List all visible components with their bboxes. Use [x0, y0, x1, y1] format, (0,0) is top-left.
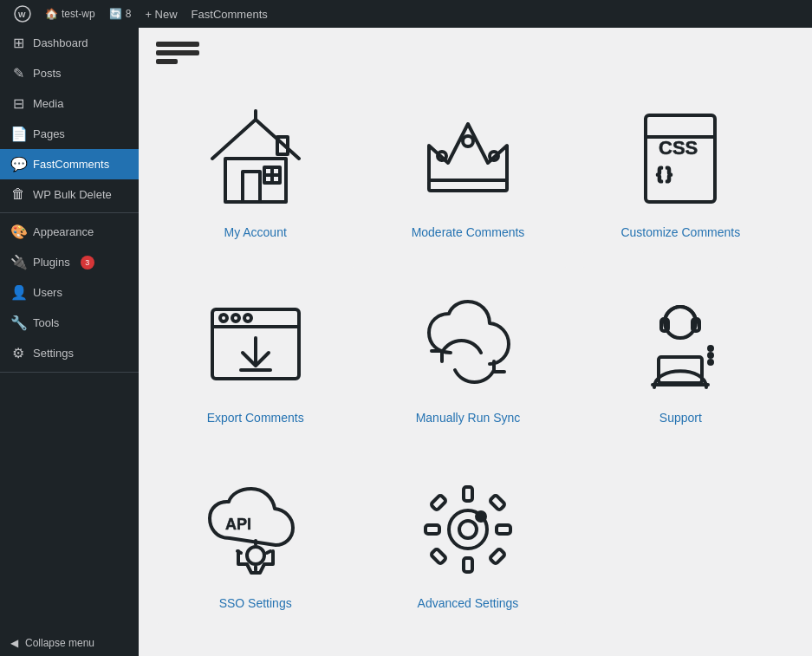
sidebar-item-pages-label: Pages: [33, 127, 65, 140]
users-icon: 👤: [10, 284, 26, 301]
new-label: + New: [145, 8, 177, 21]
card-manually-run-sync-label: Manually Run Sync: [416, 411, 521, 425]
card-customize-comments-label: Customize Comments: [620, 225, 740, 239]
site-name-item[interactable]: 🏠 test-wp: [38, 0, 102, 28]
svg-text:W: W: [18, 10, 26, 19]
sso-settings-icon: API: [199, 473, 312, 586]
card-advanced-settings[interactable]: Advanced Settings: [368, 452, 567, 624]
svg-rect-39: [464, 487, 472, 501]
filter-bar-line-3: [156, 59, 178, 64]
filter-bar-line-2: [156, 50, 199, 55]
svg-rect-2: [225, 159, 286, 202]
advanced-settings-icon: [412, 473, 524, 586]
svg-rect-3: [243, 172, 260, 202]
sidebar-item-fastcomments[interactable]: 💬 FastComments: [0, 149, 139, 179]
filter-bar: [156, 42, 795, 64]
support-icon: [624, 288, 737, 400]
svg-rect-43: [431, 495, 446, 510]
new-item[interactable]: + New: [138, 0, 184, 28]
svg-point-19: [232, 315, 239, 322]
sidebar-divider-1: [0, 212, 139, 213]
sidebar-item-fastcomments-label: FastComments: [33, 158, 109, 171]
sidebar-item-plugins-label: Plugins: [33, 256, 70, 269]
plugin-grid: My Account Moderate Comments: [156, 81, 780, 624]
svg-text:CSS: CSS: [659, 137, 698, 159]
svg-point-20: [244, 315, 251, 322]
svg-rect-45: [431, 549, 446, 564]
manually-run-sync-icon: [412, 288, 524, 400]
wp-logo-item[interactable]: W: [7, 0, 38, 28]
sidebar-item-users-label: Users: [33, 286, 62, 299]
sidebar-item-posts-label: Posts: [33, 67, 62, 80]
sidebar-item-wp-bulk-delete[interactable]: 🗑 WP Bulk Delete: [0, 179, 139, 209]
sidebar: ⊞ Dashboard ✎ Posts ⊟ Media 📄 Pages 💬 Fa…: [0, 28, 139, 656]
sidebar-item-settings-label: Settings: [33, 347, 74, 360]
svg-rect-40: [464, 558, 472, 572]
sidebar-item-media-label: Media: [33, 97, 63, 110]
main-content: My Account Moderate Comments: [139, 28, 812, 656]
posts-icon: ✎: [10, 65, 26, 81]
sidebar-item-appearance[interactable]: 🎨 Appearance: [0, 217, 139, 247]
card-export-comments[interactable]: Export Comments: [156, 267, 354, 438]
svg-text:API: API: [225, 516, 251, 533]
fastcomments-icon: 💬: [10, 156, 26, 172]
export-comments-icon: [199, 288, 312, 400]
card-support-label: Support: [659, 411, 702, 425]
card-sso-settings-label: SSO Settings: [219, 596, 292, 610]
moderate-comments-icon: [412, 102, 524, 215]
svg-rect-46: [490, 549, 505, 564]
svg-point-18: [220, 315, 227, 322]
updates-count: 8: [126, 8, 132, 20]
sidebar-item-settings[interactable]: ⚙ Settings: [0, 338, 139, 368]
svg-line-35: [237, 551, 241, 553]
site-name: test-wp: [62, 8, 95, 20]
svg-rect-9: [429, 180, 507, 191]
svg-rect-44: [490, 495, 505, 510]
plugins-badge: 3: [81, 256, 94, 270]
sidebar-item-wp-bulk-delete-label: WP Bulk Delete: [33, 188, 112, 201]
card-my-account[interactable]: My Account: [156, 81, 354, 253]
svg-point-38: [459, 521, 477, 538]
card-customize-comments[interactable]: CSS { } Customize Comments: [581, 81, 780, 253]
settings-icon: ⚙: [10, 345, 26, 361]
sidebar-item-media[interactable]: ⊟ Media: [0, 88, 139, 119]
wp-bulk-delete-icon: 🗑: [10, 186, 26, 202]
sidebar-item-posts[interactable]: ✎ Posts: [0, 58, 139, 88]
appearance-icon: 🎨: [10, 224, 26, 240]
card-sso-settings[interactable]: API SSO Settings: [156, 452, 354, 624]
plugins-icon: 🔌: [10, 254, 26, 270]
sidebar-item-users[interactable]: 👤 Users: [0, 277, 139, 308]
card-advanced-settings-label: Advanced Settings: [418, 596, 519, 610]
svg-point-10: [463, 136, 473, 146]
collapse-menu[interactable]: ◀ Collapse menu: [0, 630, 139, 656]
plugin-name: FastComments: [192, 8, 268, 21]
sidebar-item-plugins[interactable]: 🔌 Plugins 3: [0, 247, 139, 277]
sidebar-item-appearance-label: Appearance: [33, 225, 94, 238]
collapse-label: Collapse menu: [25, 637, 94, 649]
sidebar-item-tools-label: Tools: [33, 316, 59, 329]
wp-logo-icon: W: [14, 5, 31, 23]
pages-icon: 📄: [10, 126, 26, 142]
plugin-name-item[interactable]: FastComments: [185, 0, 275, 28]
filter-bar-line-1: [156, 42, 199, 47]
admin-bar: W 🏠 test-wp 🔄 8 + New FastComments: [0, 0, 812, 28]
svg-line-34: [267, 551, 270, 553]
main-layout: ⊞ Dashboard ✎ Posts ⊟ Media 📄 Pages 💬 Fa…: [0, 28, 812, 656]
card-export-comments-label: Export Comments: [207, 411, 304, 425]
updates-icon: 🔄: [109, 8, 122, 20]
svg-text:{ }: { }: [657, 165, 672, 182]
sidebar-item-tools[interactable]: 🔧 Tools: [0, 308, 139, 338]
svg-point-30: [709, 360, 712, 364]
card-my-account-label: My Account: [224, 225, 286, 239]
dashboard-icon: ⊞: [10, 35, 26, 51]
updates-item[interactable]: 🔄 8: [102, 0, 139, 28]
home-icon: 🏠: [45, 8, 58, 20]
customize-comments-icon: CSS { }: [624, 102, 737, 215]
svg-rect-42: [497, 525, 510, 534]
card-support[interactable]: Support: [581, 267, 780, 438]
card-moderate-comments[interactable]: Moderate Comments: [368, 81, 567, 253]
tools-icon: 🔧: [10, 315, 26, 331]
sidebar-item-pages[interactable]: 📄 Pages: [0, 119, 139, 149]
sidebar-item-dashboard[interactable]: ⊞ Dashboard: [0, 28, 139, 58]
card-manually-run-sync[interactable]: Manually Run Sync: [368, 267, 567, 438]
